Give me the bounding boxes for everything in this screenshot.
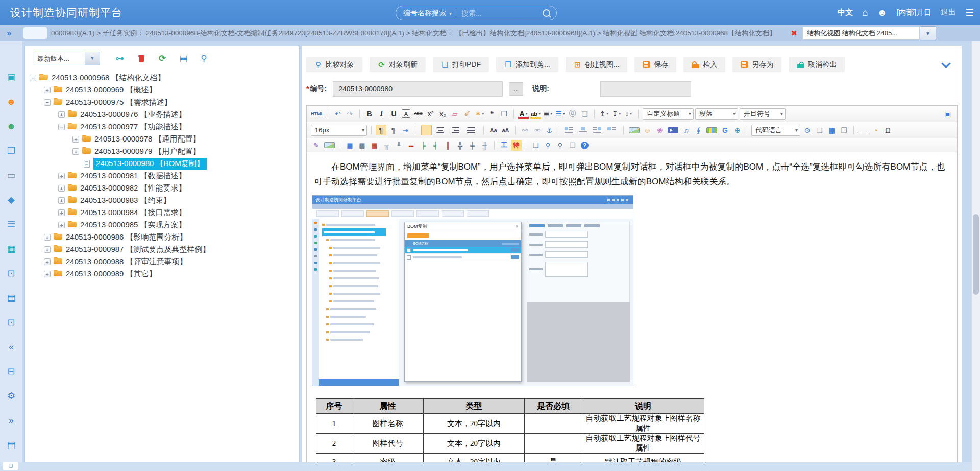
italic-icon[interactable]: I [376,108,387,119]
align-right-icon[interactable] [452,127,462,133]
file-icon[interactable]: ▤ [7,433,15,457]
team-green-icon[interactable]: ☻ [7,114,16,138]
link-icon[interactable]: ⚯ [520,125,530,135]
insert-row-above-icon[interactable]: ╥ [381,140,392,151]
close-icon[interactable]: ✖ [791,29,797,38]
view-select-caret-icon[interactable]: ▼ [920,26,936,40]
tree-expander-icon[interactable]: + [58,197,65,204]
tree-expander-icon[interactable]: + [58,222,65,228]
tree-expander-icon[interactable]: + [58,209,65,216]
delete-node-icon[interactable] [138,55,144,62]
tree-item[interactable]: + 240513-0000978 【通用配置】 [24,133,299,145]
tree-expander-icon[interactable]: + [58,111,65,118]
anchor-text-icon[interactable]: ⓐ [567,108,578,119]
tree-item[interactable]: + 240513-0000983 【约束】 [24,194,299,206]
document-content[interactable]: 在BOM管理界面，增加菜单“复制BOM”，用户选择菜单后，即可弹出BOM复制对话… [307,152,957,462]
insert-video-icon[interactable] [668,127,678,133]
home-icon[interactable]: ⌂ [862,7,868,18]
tree-item-label[interactable]: 240513-0000975 【需求描述】 [66,98,172,107]
tree-item[interactable]: + 240513-0000979 【用户配置】 [24,145,299,157]
page-break-icon[interactable]: ❐ [839,125,849,135]
redo-icon[interactable]: ↷ [345,108,355,119]
split-cell-icon[interactable]: ╫ [479,140,490,151]
ordered-list-icon[interactable]: ≣ [543,108,553,119]
bold-icon[interactable]: B [364,108,375,119]
highlight-color-icon[interactable]: ab [530,108,541,119]
search-doc-icon[interactable]: ⚲ [201,53,207,64]
cube-icon[interactable]: ◆ [8,187,15,212]
google-map-icon[interactable]: G [720,125,730,135]
compare-object-button[interactable]: ⚲ 比较对象 [306,57,362,72]
screen-icon[interactable]: ⊡ [7,310,15,335]
collapse-icon[interactable]: « [9,335,14,359]
user-icon[interactable]: ☻ [877,7,888,18]
locate-node-icon[interactable]: ⊶ [115,53,124,64]
merge-right-icon[interactable]: ╪ [467,140,478,151]
superscript-icon[interactable]: x² [425,108,436,119]
insert-row-below-icon[interactable]: ╨ [394,140,404,151]
tree-item-label[interactable]: 240513-0000980 【BOM复制】 [93,158,207,170]
delete-row-icon[interactable]: ═ [406,140,416,151]
align-center-icon[interactable] [436,127,447,133]
tree-expander-icon[interactable]: + [44,234,51,241]
breadcrumb-collapse-tab[interactable] [23,27,47,39]
paragraph-select[interactable]: 段落 [695,108,738,120]
device-icon[interactable]: ▭ [7,163,15,187]
tree-item[interactable]: + 240513-0000976 【业务描述】 [24,108,299,121]
margin-top-icon[interactable]: ↥ [599,108,609,119]
tree-expander-icon[interactable]: + [58,185,65,192]
uppercase-icon[interactable]: Aa [488,125,499,135]
float-right-icon[interactable] [593,127,604,133]
gong-format-icon[interactable]: 工 [499,140,509,151]
refresh-tree-icon[interactable]: ⟳ [159,53,166,64]
special-char-icon[interactable]: Ω [883,125,893,135]
language-switch[interactable]: 中文 [838,8,853,17]
float-none-icon[interactable] [607,127,618,133]
line-height-icon[interactable]: ↕ [623,108,634,119]
paste-icon[interactable]: ❐ [567,140,578,151]
new-page-icon[interactable]: ❏ [579,108,590,119]
search-input[interactable] [456,9,543,17]
package-icon[interactable]: ❐ [7,138,15,163]
insert-col-right-icon[interactable]: ╡ [430,140,441,151]
more-button[interactable]: ... [509,82,523,96]
version-caret-icon[interactable]: ▼ [85,52,100,65]
format-brush-icon[interactable]: ✐ [462,108,473,119]
tree-item-label[interactable]: 240513-0000978 【通用配置】 [94,134,201,144]
calendar-icon[interactable]: ▦ [7,237,15,261]
tree-item-label[interactable]: 240513-0000988 【评审注意事项】 [66,257,187,267]
tree-item-label[interactable]: 240513-0000986 【影响范围分析】 [66,232,187,242]
vertical-scrollbar[interactable] [971,41,980,471]
tree-item[interactable]: + 240513-0000982 【性能要求】 [24,182,299,194]
indent-icon[interactable]: ⇥ [400,125,411,135]
margin-bottom-icon[interactable]: ↧ [611,108,622,119]
kaimu-symbol-select[interactable]: 开目符号 [740,108,786,120]
pie-chart-icon[interactable]: ◔ [870,125,881,135]
logout-button[interactable]: 退出 [941,8,956,17]
tree-expander-icon[interactable]: + [44,246,51,253]
refresh-object-button[interactable]: ⟳ 对象刷新 [370,57,426,72]
align-left-icon[interactable] [421,125,432,135]
preview-icon[interactable]: ⚲ [543,140,553,151]
undo-icon[interactable]: ↶ [332,108,343,119]
tree-expander-icon[interactable]: + [72,136,79,143]
add-to-clipboard-button[interactable]: ❐ 添加到剪... [496,57,558,72]
horizontal-rule-icon[interactable]: — [858,125,869,135]
version-select[interactable]: 最新版本... ▼ [33,52,100,65]
code-field[interactable] [333,81,503,97]
doc-list-icon[interactable]: ▤ [7,286,15,310]
insert-grid-icon[interactable]: ▦ [826,125,837,135]
strikethrough-icon[interactable]: ABC [413,108,424,119]
custom-heading-select[interactable]: 自定义标题 [643,108,694,120]
checkin-button[interactable]: 检入 [683,57,725,72]
tree-item-label[interactable]: 240513-0000968 【结构化文档】 [52,73,165,83]
ltr-paragraph-icon[interactable]: ¶ [376,125,386,135]
blockquote-icon[interactable]: ❝ [486,108,497,119]
taskbar-shortcut[interactable]: ❏ [3,462,18,470]
fullscreen-icon[interactable]: ▣ [942,108,953,119]
menu-icon[interactable]: ☰ [965,7,974,18]
palette-icon[interactable]: ❀ [654,125,665,135]
float-left-icon[interactable] [565,127,575,133]
forward-icon[interactable]: » [9,408,14,433]
tree-item-label[interactable]: 240513-0000981 【数据描述】 [80,171,186,181]
